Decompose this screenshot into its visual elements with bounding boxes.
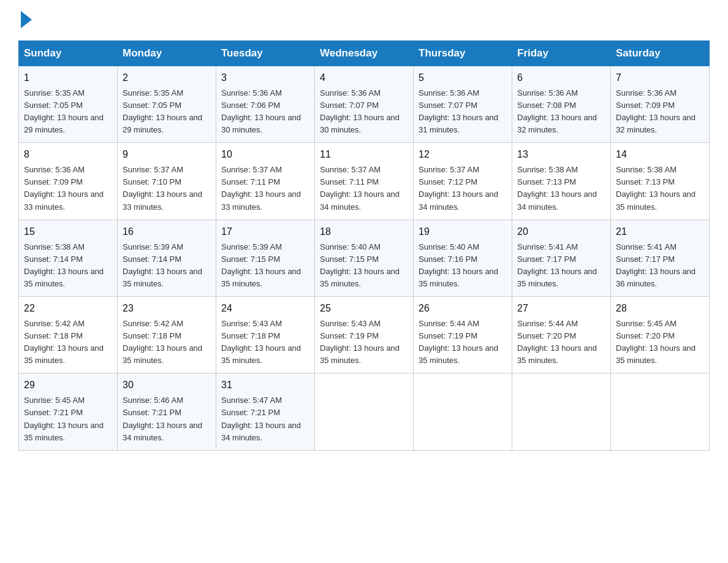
- page-header: [18, 12, 710, 29]
- calendar-day-2: 2Sunrise: 5:35 AMSunset: 7:05 PMDaylight…: [118, 66, 216, 143]
- day-number: 28: [616, 301, 704, 316]
- day-info: Sunrise: 5:37 AMSunset: 7:11 PMDaylight:…: [320, 164, 408, 213]
- empty-cell: [315, 373, 414, 450]
- col-header-tuesday: Tuesday: [216, 41, 315, 66]
- calendar-week-3: 15Sunrise: 5:38 AMSunset: 7:14 PMDayligh…: [19, 220, 710, 296]
- calendar-day-8: 8Sunrise: 5:36 AMSunset: 7:09 PMDaylight…: [19, 143, 118, 220]
- day-info: Sunrise: 5:42 AMSunset: 7:18 PMDaylight:…: [24, 318, 112, 367]
- calendar-day-30: 30Sunrise: 5:46 AMSunset: 7:21 PMDayligh…: [118, 373, 216, 450]
- col-header-saturday: Saturday: [611, 41, 710, 66]
- calendar-day-17: 17Sunrise: 5:39 AMSunset: 7:15 PMDayligh…: [216, 220, 315, 296]
- day-number: 17: [221, 224, 309, 240]
- calendar-day-19: 19Sunrise: 5:40 AMSunset: 7:16 PMDayligh…: [414, 220, 512, 296]
- calendar-day-7: 7Sunrise: 5:36 AMSunset: 7:09 PMDaylight…: [611, 66, 710, 143]
- day-info: Sunrise: 5:42 AMSunset: 7:18 PMDaylight:…: [123, 318, 211, 367]
- col-header-thursday: Thursday: [414, 41, 512, 66]
- day-number: 30: [123, 378, 211, 393]
- day-info: Sunrise: 5:47 AMSunset: 7:21 PMDaylight:…: [221, 394, 309, 444]
- day-info: Sunrise: 5:44 AMSunset: 7:20 PMDaylight:…: [517, 318, 605, 367]
- col-header-wednesday: Wednesday: [315, 41, 414, 66]
- calendar-day-18: 18Sunrise: 5:40 AMSunset: 7:15 PMDayligh…: [315, 220, 414, 296]
- calendar-day-24: 24Sunrise: 5:43 AMSunset: 7:18 PMDayligh…: [216, 297, 315, 373]
- day-info: Sunrise: 5:40 AMSunset: 7:15 PMDaylight:…: [320, 241, 408, 291]
- col-header-monday: Monday: [118, 41, 216, 66]
- calendar-day-28: 28Sunrise: 5:45 AMSunset: 7:20 PMDayligh…: [611, 297, 710, 373]
- calendar-day-12: 12Sunrise: 5:37 AMSunset: 7:12 PMDayligh…: [414, 143, 512, 220]
- day-number: 27: [517, 301, 605, 316]
- calendar-day-6: 6Sunrise: 5:36 AMSunset: 7:08 PMDaylight…: [512, 66, 611, 143]
- day-info: Sunrise: 5:41 AMSunset: 7:17 PMDaylight:…: [517, 241, 605, 291]
- day-info: Sunrise: 5:39 AMSunset: 7:14 PMDaylight:…: [123, 241, 211, 291]
- day-info: Sunrise: 5:36 AMSunset: 7:09 PMDaylight:…: [24, 164, 112, 213]
- day-info: Sunrise: 5:41 AMSunset: 7:17 PMDaylight:…: [616, 241, 704, 291]
- day-info: Sunrise: 5:36 AMSunset: 7:07 PMDaylight:…: [419, 87, 507, 137]
- day-number: 19: [419, 224, 507, 240]
- day-number: 8: [24, 147, 112, 163]
- day-info: Sunrise: 5:36 AMSunset: 7:06 PMDaylight:…: [221, 87, 309, 137]
- empty-cell: [611, 373, 710, 450]
- day-info: Sunrise: 5:46 AMSunset: 7:21 PMDaylight:…: [123, 394, 211, 444]
- day-number: 21: [616, 224, 704, 240]
- calendar-day-11: 11Sunrise: 5:37 AMSunset: 7:11 PMDayligh…: [315, 143, 414, 220]
- day-number: 22: [24, 301, 112, 316]
- col-header-friday: Friday: [512, 41, 611, 66]
- day-number: 26: [419, 301, 507, 316]
- day-number: 16: [123, 224, 211, 240]
- calendar-day-10: 10Sunrise: 5:37 AMSunset: 7:11 PMDayligh…: [216, 143, 315, 220]
- calendar-day-27: 27Sunrise: 5:44 AMSunset: 7:20 PMDayligh…: [512, 297, 611, 373]
- calendar-day-13: 13Sunrise: 5:38 AMSunset: 7:13 PMDayligh…: [512, 143, 611, 220]
- calendar-day-31: 31Sunrise: 5:47 AMSunset: 7:21 PMDayligh…: [216, 373, 315, 450]
- calendar-week-2: 8Sunrise: 5:36 AMSunset: 7:09 PMDaylight…: [19, 143, 710, 220]
- calendar-day-9: 9Sunrise: 5:37 AMSunset: 7:10 PMDaylight…: [118, 143, 216, 220]
- calendar-header-row: SundayMondayTuesdayWednesdayThursdayFrid…: [19, 41, 710, 66]
- calendar-day-1: 1Sunrise: 5:35 AMSunset: 7:05 PMDaylight…: [19, 66, 118, 143]
- day-number: 6: [517, 71, 605, 86]
- calendar-day-15: 15Sunrise: 5:38 AMSunset: 7:14 PMDayligh…: [19, 220, 118, 296]
- day-number: 10: [221, 147, 309, 163]
- day-number: 18: [320, 224, 408, 240]
- logo: [18, 12, 32, 29]
- day-info: Sunrise: 5:38 AMSunset: 7:13 PMDaylight:…: [517, 164, 605, 213]
- day-number: 1: [24, 71, 112, 86]
- day-info: Sunrise: 5:37 AMSunset: 7:12 PMDaylight:…: [419, 164, 507, 213]
- logo-arrow-icon: [21, 11, 32, 28]
- day-info: Sunrise: 5:36 AMSunset: 7:09 PMDaylight:…: [616, 87, 704, 137]
- day-number: 15: [24, 224, 112, 240]
- day-number: 13: [517, 147, 605, 163]
- day-info: Sunrise: 5:37 AMSunset: 7:10 PMDaylight:…: [123, 164, 211, 213]
- day-info: Sunrise: 5:38 AMSunset: 7:13 PMDaylight:…: [616, 164, 704, 213]
- calendar-week-4: 22Sunrise: 5:42 AMSunset: 7:18 PMDayligh…: [19, 297, 710, 373]
- day-number: 14: [616, 147, 704, 163]
- calendar-week-5: 29Sunrise: 5:45 AMSunset: 7:21 PMDayligh…: [19, 373, 710, 450]
- empty-cell: [512, 373, 611, 450]
- day-info: Sunrise: 5:35 AMSunset: 7:05 PMDaylight:…: [24, 87, 112, 137]
- day-info: Sunrise: 5:45 AMSunset: 7:20 PMDaylight:…: [616, 318, 704, 367]
- day-number: 23: [123, 301, 211, 316]
- day-info: Sunrise: 5:43 AMSunset: 7:19 PMDaylight:…: [320, 318, 408, 367]
- calendar-week-1: 1Sunrise: 5:35 AMSunset: 7:05 PMDaylight…: [19, 66, 710, 143]
- calendar-day-4: 4Sunrise: 5:36 AMSunset: 7:07 PMDaylight…: [315, 66, 414, 143]
- day-number: 12: [419, 147, 507, 163]
- day-number: 11: [320, 147, 408, 163]
- day-info: Sunrise: 5:36 AMSunset: 7:08 PMDaylight:…: [517, 87, 605, 137]
- calendar-day-22: 22Sunrise: 5:42 AMSunset: 7:18 PMDayligh…: [19, 297, 118, 373]
- day-info: Sunrise: 5:44 AMSunset: 7:19 PMDaylight:…: [419, 318, 507, 367]
- empty-cell: [414, 373, 512, 450]
- day-info: Sunrise: 5:35 AMSunset: 7:05 PMDaylight:…: [123, 87, 211, 137]
- calendar-day-25: 25Sunrise: 5:43 AMSunset: 7:19 PMDayligh…: [315, 297, 414, 373]
- calendar-day-20: 20Sunrise: 5:41 AMSunset: 7:17 PMDayligh…: [512, 220, 611, 296]
- day-number: 2: [123, 71, 211, 86]
- day-number: 25: [320, 301, 408, 316]
- calendar-day-5: 5Sunrise: 5:36 AMSunset: 7:07 PMDaylight…: [414, 66, 512, 143]
- calendar-day-3: 3Sunrise: 5:36 AMSunset: 7:06 PMDaylight…: [216, 66, 315, 143]
- day-number: 5: [419, 71, 507, 86]
- day-info: Sunrise: 5:40 AMSunset: 7:16 PMDaylight:…: [419, 241, 507, 291]
- col-header-sunday: Sunday: [19, 41, 118, 66]
- day-info: Sunrise: 5:43 AMSunset: 7:18 PMDaylight:…: [221, 318, 309, 367]
- day-number: 31: [221, 378, 309, 393]
- calendar-day-16: 16Sunrise: 5:39 AMSunset: 7:14 PMDayligh…: [118, 220, 216, 296]
- day-number: 3: [221, 71, 309, 86]
- calendar-day-14: 14Sunrise: 5:38 AMSunset: 7:13 PMDayligh…: [611, 143, 710, 220]
- day-number: 4: [320, 71, 408, 86]
- day-info: Sunrise: 5:36 AMSunset: 7:07 PMDaylight:…: [320, 87, 408, 137]
